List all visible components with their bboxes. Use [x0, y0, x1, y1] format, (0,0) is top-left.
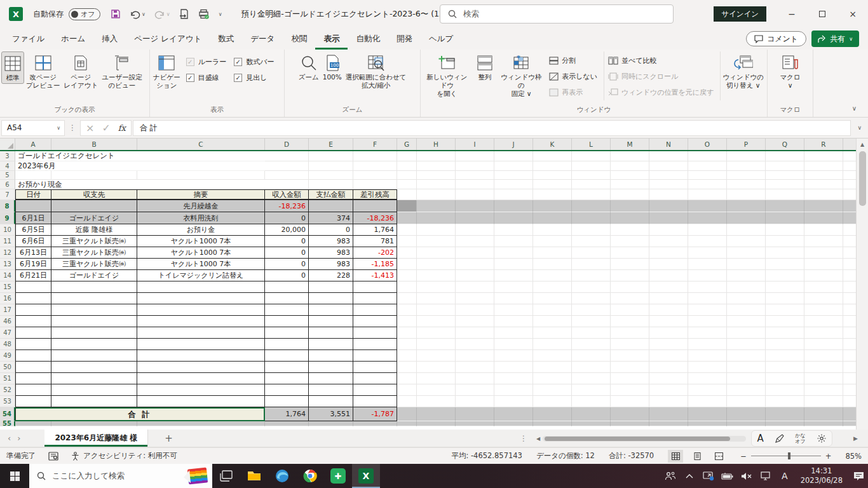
- empty-cell[interactable]: [804, 247, 843, 259]
- table-cell[interactable]: [353, 316, 397, 327]
- column-header-N[interactable]: N: [649, 139, 688, 150]
- redo-icon[interactable]: ∨: [154, 10, 170, 19]
- empty-cell[interactable]: [397, 171, 417, 180]
- empty-cell[interactable]: [727, 407, 766, 421]
- empty-cell[interactable]: [417, 270, 456, 281]
- cancel-icon[interactable]: ×: [86, 122, 94, 134]
- document-title[interactable]: 預り金明細-ゴールドエイジエクセレント-2023-6〜 (12…: [241, 9, 452, 20]
- empty-cell[interactable]: [572, 200, 611, 212]
- empty-cell[interactable]: [417, 247, 456, 259]
- empty-cell[interactable]: [843, 161, 856, 171]
- empty-cell[interactable]: [766, 161, 804, 171]
- empty-cell[interactable]: [265, 421, 309, 426]
- empty-cell[interactable]: [572, 281, 611, 293]
- empty-cell[interactable]: [649, 189, 688, 200]
- table-cell[interactable]: [309, 281, 353, 293]
- empty-cell[interactable]: [766, 151, 804, 161]
- empty-cell[interactable]: [611, 384, 649, 396]
- empty-cell[interactable]: [397, 350, 417, 362]
- empty-cell[interactable]: [533, 293, 572, 304]
- empty-cell[interactable]: [766, 407, 804, 421]
- empty-cell[interactable]: [727, 373, 766, 384]
- empty-cell[interactable]: [727, 396, 766, 407]
- empty-cell[interactable]: [688, 362, 727, 373]
- empty-cell[interactable]: [766, 212, 804, 224]
- empty-cell[interactable]: [843, 259, 856, 270]
- table-cell[interactable]: [137, 281, 265, 293]
- table-cell[interactable]: 6月19日: [15, 259, 51, 270]
- empty-cell[interactable]: [843, 327, 856, 339]
- empty-cell[interactable]: [688, 316, 727, 327]
- table-cell[interactable]: [309, 396, 353, 407]
- average-stat[interactable]: 平均: -4652.857143: [451, 451, 522, 461]
- row-header-48[interactable]: 48: [0, 339, 15, 350]
- empty-cell[interactable]: [456, 293, 494, 304]
- table-cell[interactable]: -1,413: [353, 270, 397, 281]
- table-header-cell[interactable]: 摘要: [137, 189, 265, 200]
- empty-cell[interactable]: [766, 396, 804, 407]
- empty-cell[interactable]: [456, 373, 494, 384]
- table-cell[interactable]: [51, 327, 137, 339]
- empty-cell[interactable]: [843, 281, 856, 293]
- empty-cell[interactable]: [417, 293, 456, 304]
- table-cell[interactable]: [353, 293, 397, 304]
- empty-cell[interactable]: [766, 304, 804, 316]
- empty-cell[interactable]: [611, 281, 649, 293]
- empty-cell[interactable]: [397, 304, 417, 316]
- row-header-11[interactable]: 11: [0, 236, 15, 247]
- synchronous-scrolling-button[interactable]: 同時にスクロール: [604, 69, 717, 85]
- empty-cell[interactable]: [611, 200, 649, 212]
- empty-cell[interactable]: [15, 421, 51, 426]
- empty-cell[interactable]: [265, 151, 309, 161]
- empty-cell[interactable]: [611, 270, 649, 281]
- empty-cell[interactable]: [494, 247, 533, 259]
- empty-cell[interactable]: [572, 171, 611, 180]
- empty-cell[interactable]: [688, 396, 727, 407]
- empty-cell[interactable]: [456, 407, 494, 421]
- empty-cell[interactable]: [611, 362, 649, 373]
- excel-taskbar-button[interactable]: X: [352, 464, 380, 488]
- empty-cell[interactable]: [572, 247, 611, 259]
- column-header-F[interactable]: F: [353, 139, 397, 150]
- empty-cell[interactable]: [572, 224, 611, 236]
- share-button[interactable]: 共有 ∨: [811, 30, 859, 47]
- empty-cell[interactable]: [766, 189, 804, 200]
- empty-cell[interactable]: [353, 180, 397, 189]
- empty-cell[interactable]: [804, 339, 843, 350]
- empty-cell[interactable]: [417, 151, 456, 161]
- empty-cell[interactable]: [649, 304, 688, 316]
- empty-cell[interactable]: [649, 350, 688, 362]
- empty-cell[interactable]: [727, 350, 766, 362]
- table-cell[interactable]: [265, 362, 309, 373]
- name-box[interactable]: A54 ∨: [1, 120, 65, 136]
- comments-button[interactable]: コメント: [746, 31, 806, 46]
- row-header-10[interactable]: 10: [0, 224, 15, 236]
- empty-cell[interactable]: [417, 236, 456, 247]
- empty-cell[interactable]: [417, 180, 456, 189]
- empty-cell[interactable]: [417, 161, 456, 171]
- file-explorer-button[interactable]: [240, 464, 268, 488]
- empty-cell[interactable]: [766, 180, 804, 189]
- row-header-5[interactable]: 5: [0, 171, 15, 180]
- empty-cell[interactable]: [397, 281, 417, 293]
- empty-cell[interactable]: [494, 407, 533, 421]
- empty-cell[interactable]: [843, 316, 856, 327]
- enter-icon[interactable]: ✓: [102, 122, 110, 134]
- empty-cell[interactable]: [766, 421, 804, 426]
- people-icon[interactable]: [661, 464, 680, 488]
- table-cell[interactable]: 983: [309, 236, 353, 247]
- empty-cell[interactable]: [727, 421, 766, 426]
- zoom-to-selection-button[interactable]: 選択範囲に合わせて 拡大/縮小: [344, 51, 408, 91]
- empty-cell[interactable]: [417, 212, 456, 224]
- table-cell[interactable]: トイレマジックリン詰替え: [137, 270, 265, 281]
- empty-cell[interactable]: [727, 200, 766, 212]
- table-cell[interactable]: [353, 281, 397, 293]
- empty-cell[interactable]: [533, 384, 572, 396]
- table-cell[interactable]: 983: [309, 247, 353, 259]
- row-header-4[interactable]: 4: [0, 161, 15, 171]
- table-cell[interactable]: [51, 339, 137, 350]
- empty-cell[interactable]: [494, 362, 533, 373]
- ribbon-tab-insert[interactable]: 挿入: [93, 28, 126, 50]
- table-header-cell[interactable]: 収入金額: [265, 189, 309, 200]
- empty-cell[interactable]: [727, 293, 766, 304]
